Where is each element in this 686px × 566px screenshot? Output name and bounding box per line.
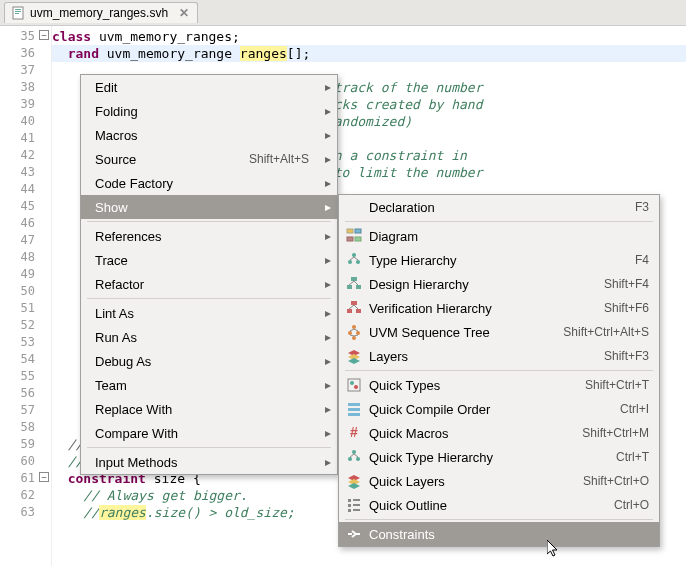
layers-icon: [345, 347, 363, 365]
qlayers-icon: [345, 472, 363, 490]
fold-toggle[interactable]: −: [39, 472, 49, 482]
svg-point-9: [348, 260, 352, 264]
line-number: 43: [0, 164, 51, 181]
submenu-item-quick-compile-order[interactable]: Quick Compile OrderCtrl+I: [339, 397, 659, 421]
line-number: 44: [0, 181, 51, 198]
svg-rect-15: [347, 309, 352, 313]
diagram-icon: [345, 227, 363, 245]
submenu-label: Quick Type Hierarchy: [369, 450, 616, 465]
submenu-item-constraints[interactable]: Constraints: [339, 522, 659, 546]
menu-label: Refactor: [91, 277, 315, 292]
line-number: 46: [0, 215, 51, 232]
menu-item-input-methods[interactable]: Input Methods▸: [81, 450, 337, 474]
svg-rect-32: [353, 499, 360, 501]
line-number: 37: [0, 62, 51, 79]
svg-point-19: [356, 331, 360, 335]
menu-label: Replace With: [91, 402, 315, 417]
menu-item-run-as[interactable]: Run As▸: [81, 325, 337, 349]
typeh-icon: [345, 251, 363, 269]
line-number: 59: [0, 436, 51, 453]
submenu-item-quick-type-hierarchy[interactable]: Quick Type HierarchyCtrl+T: [339, 445, 659, 469]
submenu-item-quick-macros[interactable]: #Quick MacrosShift+Ctrl+M: [339, 421, 659, 445]
submenu-item-diagram[interactable]: Diagram: [339, 224, 659, 248]
submenu-shortcut: Shift+Ctrl+O: [583, 474, 649, 488]
svg-rect-6: [347, 237, 353, 241]
submenu-label: Design Hierarchy: [369, 277, 604, 292]
line-number: 45: [0, 198, 51, 215]
constraints-icon: [345, 525, 363, 543]
designh-icon: [345, 275, 363, 293]
submenu-label: Constraints: [369, 527, 649, 542]
svg-rect-31: [348, 499, 351, 502]
menu-label: References: [91, 229, 315, 244]
code-line[interactable]: rand uvm_memory_range ranges[];: [52, 45, 686, 62]
menu-label: Input Methods: [91, 455, 315, 470]
submenu-item-quick-outline[interactable]: Quick OutlineCtrl+O: [339, 493, 659, 517]
menu-item-compare-with[interactable]: Compare With▸: [81, 421, 337, 445]
submenu-label: Declaration: [369, 200, 635, 215]
menu-item-team[interactable]: Team▸: [81, 373, 337, 397]
code-line[interactable]: class uvm_memory_ranges;: [52, 28, 686, 45]
menu-label: Team: [91, 378, 315, 393]
submenu-item-quick-types[interactable]: Quick TypesShift+Ctrl+T: [339, 373, 659, 397]
submenu-arrow-icon: ▸: [325, 229, 331, 243]
menu-item-code-factory[interactable]: Code Factory▸: [81, 171, 337, 195]
submenu-label: Type Hierarchy: [369, 253, 635, 268]
line-number: 52: [0, 317, 51, 334]
menu-label: Code Factory: [91, 176, 315, 191]
menu-item-source[interactable]: SourceShift+Alt+S▸: [81, 147, 337, 171]
submenu-item-verification-hierarchy[interactable]: Verification HierarchyShift+F6: [339, 296, 659, 320]
line-number: 49: [0, 266, 51, 283]
menu-item-show[interactable]: Show▸: [81, 195, 337, 219]
line-number: 61−: [0, 470, 51, 487]
menu-item-macros[interactable]: Macros▸: [81, 123, 337, 147]
menu-item-lint-as[interactable]: Lint As▸: [81, 301, 337, 325]
submenu-arrow-icon: ▸: [325, 455, 331, 469]
submenu-label: UVM Sequence Tree: [369, 325, 563, 340]
fold-toggle[interactable]: −: [39, 30, 49, 40]
submenu-item-design-hierarchy[interactable]: Design HierarchyShift+F4: [339, 272, 659, 296]
menu-item-folding[interactable]: Folding▸: [81, 99, 337, 123]
submenu-shortcut: Shift+Ctrl+M: [582, 426, 649, 440]
submenu-item-type-hierarchy[interactable]: Type HierarchyF4: [339, 248, 659, 272]
menu-separator: [87, 221, 331, 222]
submenu-arrow-icon: ▸: [325, 200, 331, 214]
svg-rect-3: [15, 13, 19, 14]
svg-rect-24: [348, 403, 360, 406]
menu-item-replace-with[interactable]: Replace With▸: [81, 397, 337, 421]
line-number: 58: [0, 419, 51, 436]
close-icon[interactable]: ✕: [179, 6, 189, 20]
submenu-item-declaration[interactable]: DeclarationF3: [339, 195, 659, 219]
submenu-shortcut: Shift+F6: [604, 301, 649, 315]
context-menu[interactable]: Edit▸Folding▸Macros▸SourceShift+Alt+S▸Co…: [80, 74, 338, 475]
svg-rect-4: [347, 229, 353, 233]
menu-item-references[interactable]: References▸: [81, 224, 337, 248]
submenu-item-quick-layers[interactable]: Quick LayersShift+Ctrl+O: [339, 469, 659, 493]
menu-separator: [87, 298, 331, 299]
submenu-item-layers[interactable]: LayersShift+F3: [339, 344, 659, 368]
svg-point-17: [352, 325, 356, 329]
qtypeh-icon: [345, 448, 363, 466]
submenu-arrow-icon: ▸: [325, 253, 331, 267]
qtypes-icon: [345, 376, 363, 394]
menu-item-edit[interactable]: Edit▸: [81, 75, 337, 99]
editor-tab[interactable]: uvm_memory_ranges.svh ✕: [4, 2, 198, 23]
menu-label: Edit: [91, 80, 315, 95]
line-number: 47: [0, 232, 51, 249]
submenu-shortcut: Shift+F3: [604, 349, 649, 363]
line-number: 56: [0, 385, 51, 402]
menu-item-refactor[interactable]: Refactor▸: [81, 272, 337, 296]
menu-item-debug-as[interactable]: Debug As▸: [81, 349, 337, 373]
show-submenu[interactable]: DeclarationF3DiagramType HierarchyF4Desi…: [338, 194, 660, 547]
menu-item-trace[interactable]: Trace▸: [81, 248, 337, 272]
svg-rect-1: [15, 9, 21, 10]
menu-separator: [87, 447, 331, 448]
menu-label: Show: [91, 200, 315, 215]
svg-point-10: [356, 260, 360, 264]
submenu-label: Quick Types: [369, 378, 585, 393]
line-number: 62: [0, 487, 51, 504]
svg-point-18: [348, 331, 352, 335]
line-number: 60: [0, 453, 51, 470]
line-number: 50: [0, 283, 51, 300]
submenu-item-uvm-sequence-tree[interactable]: UVM Sequence TreeShift+Ctrl+Alt+S: [339, 320, 659, 344]
